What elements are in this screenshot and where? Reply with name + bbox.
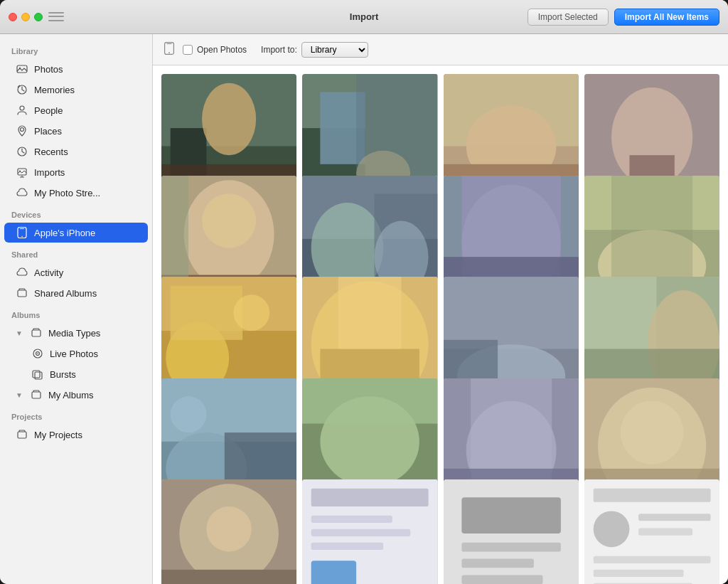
minimize-button[interactable] <box>21 13 30 21</box>
library-section-title: Library <box>0 40 152 58</box>
sidebar-item-my-albums[interactable]: ▼ My Albums <box>4 385 148 405</box>
bursts-icon <box>31 368 44 381</box>
svg-rect-107 <box>461 498 561 534</box>
sidebar-item-media-types[interactable]: ▼ Media Types <box>4 323 148 343</box>
svg-point-12 <box>21 236 23 238</box>
sidebar-item-photos[interactable]: Photos <box>4 59 148 79</box>
my-albums-chevron: ▼ <box>16 391 23 399</box>
svg-rect-86 <box>302 378 437 423</box>
sidebar-item-memories[interactable]: Memories <box>4 80 148 100</box>
svg-rect-14 <box>32 330 41 336</box>
svg-point-94 <box>620 400 683 464</box>
sidebar-item-iphone[interactable]: Apple's iPhone <box>4 223 148 243</box>
svg-point-24 <box>168 52 170 53</box>
svg-point-4 <box>21 128 24 132</box>
photo-item[interactable] <box>584 479 719 584</box>
import-to-control: Import to: Library Folder... <box>261 42 368 58</box>
recents-icon <box>16 145 28 158</box>
sidebar-memories-label: Memories <box>34 85 75 95</box>
import-to-label: Import to: <box>261 45 297 55</box>
svg-rect-108 <box>461 543 561 552</box>
photo-item[interactable] <box>161 479 296 584</box>
photo-item[interactable] <box>444 479 579 584</box>
main-layout: Library Photos Memories People <box>0 34 728 584</box>
shared-albums-icon <box>16 287 28 299</box>
svg-point-3 <box>20 106 24 110</box>
svg-rect-21 <box>18 432 26 438</box>
imports-icon <box>16 166 28 179</box>
sidebar-photos-label: Photos <box>34 64 63 75</box>
media-types-chevron: ▼ <box>16 329 23 337</box>
sidebar-item-imports[interactable]: Imports <box>4 162 148 182</box>
open-photos-option[interactable]: Open Photos <box>183 45 247 55</box>
titlebar-controls: Import Selected Import All New Items <box>528 9 719 26</box>
close-button[interactable] <box>9 13 17 21</box>
places-icon <box>16 124 28 137</box>
import-to-select[interactable]: Library Folder... <box>301 42 368 58</box>
svg-point-17 <box>37 353 38 354</box>
svg-point-28 <box>202 83 256 155</box>
sidebar: Library Photos Memories People <box>0 34 153 584</box>
sidebar-media-types-label: Media Types <box>48 328 100 339</box>
iphone-icon <box>16 226 28 239</box>
sidebar-shared-albums-label: Shared Albums <box>34 288 97 299</box>
svg-rect-116 <box>638 529 692 536</box>
sidebar-item-live-photos[interactable]: Live Photos <box>4 344 148 363</box>
svg-rect-110 <box>461 575 542 584</box>
import-selected-button[interactable]: Import Selected <box>528 9 609 26</box>
window-title: Import <box>350 11 378 22</box>
device-icon <box>164 42 174 58</box>
svg-rect-109 <box>461 559 533 568</box>
open-photos-checkbox[interactable] <box>183 45 193 55</box>
svg-rect-100 <box>311 489 429 506</box>
svg-rect-20 <box>32 392 41 398</box>
photostream-icon <box>16 186 28 199</box>
photo-grid <box>153 65 728 584</box>
activity-icon <box>16 266 28 279</box>
svg-rect-0 <box>17 65 27 73</box>
svg-rect-114 <box>593 511 629 548</box>
sidebar-bursts-label: Bursts <box>50 369 76 380</box>
content-area: Open Photos Import to: Library Folder... <box>153 34 728 584</box>
sidebar-recents-label: Recents <box>34 147 68 157</box>
svg-point-46 <box>202 193 256 248</box>
main-window: Import Import Selected Import All New It… <box>0 0 728 584</box>
traffic-lights <box>9 13 43 21</box>
sidebar-item-recents[interactable]: Recents <box>4 142 148 161</box>
svg-rect-13 <box>18 290 26 297</box>
albums-section-title: Albums <box>0 304 152 322</box>
my-projects-icon <box>16 428 28 441</box>
sidebar-item-people[interactable]: People <box>4 100 148 120</box>
svg-rect-69 <box>338 277 402 349</box>
sidebar-item-places[interactable]: Places <box>4 121 148 141</box>
svg-rect-102 <box>311 529 411 536</box>
sidebar-item-activity[interactable]: Activity <box>4 262 148 282</box>
sidebar-toggle-button[interactable] <box>48 11 64 23</box>
svg-rect-97 <box>161 570 296 584</box>
my-albums-icon <box>30 388 43 401</box>
sidebar-item-photostream[interactable]: My Photo Stre... <box>4 183 148 203</box>
people-icon <box>16 104 28 117</box>
sidebar-people-label: People <box>34 105 63 116</box>
svg-point-65 <box>233 295 269 331</box>
sidebar-item-my-projects[interactable]: My Projects <box>4 425 148 445</box>
shared-section-title: Shared <box>0 243 152 262</box>
sidebar-my-projects-label: My Projects <box>34 430 82 440</box>
live-photos-icon <box>31 347 44 360</box>
svg-rect-104 <box>311 561 356 584</box>
svg-rect-113 <box>593 489 710 502</box>
sidebar-photostream-label: My Photo Stre... <box>34 188 100 198</box>
sidebar-places-label: Places <box>34 126 62 137</box>
sidebar-item-bursts[interactable]: Bursts <box>4 364 148 384</box>
svg-rect-71 <box>444 277 579 349</box>
sidebar-imports-label: Imports <box>34 167 65 178</box>
projects-section-title: Projects <box>0 405 152 424</box>
svg-rect-103 <box>311 543 383 550</box>
import-all-button[interactable]: Import All New Items <box>614 9 719 26</box>
photo-item[interactable] <box>302 479 437 584</box>
media-types-icon <box>30 326 43 339</box>
sidebar-live-photos-label: Live Photos <box>50 349 98 359</box>
sidebar-item-shared-albums[interactable]: Shared Albums <box>4 283 148 303</box>
maximize-button[interactable] <box>34 13 43 21</box>
svg-point-98 <box>206 506 251 551</box>
